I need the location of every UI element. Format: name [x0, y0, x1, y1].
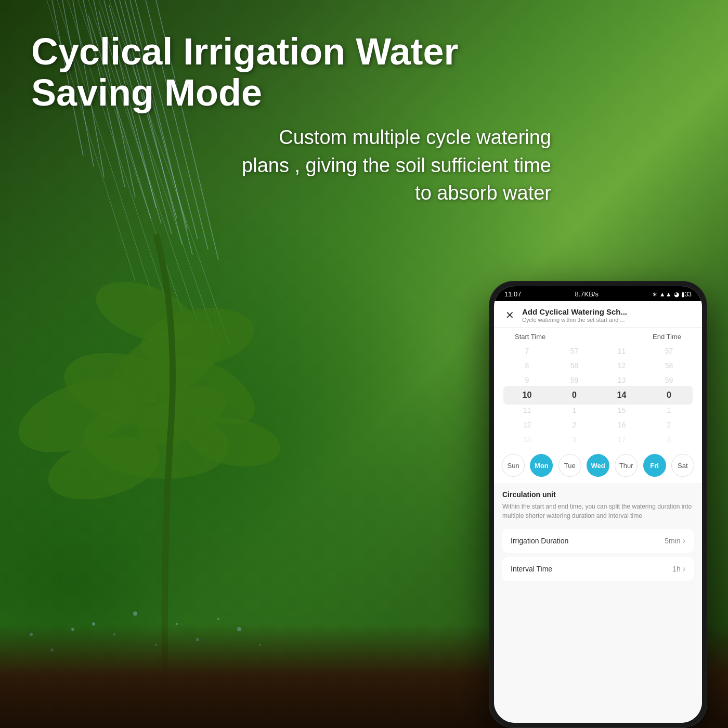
- day-mon[interactable]: Mon: [530, 454, 553, 477]
- time-cell[interactable]: 17: [598, 432, 645, 447]
- phone-body: 11:07 8.7KB/s ∗ ▲▲ ◕ ▮33 ✕ Add Cyclical …: [489, 281, 707, 728]
- time-cell[interactable]: 2: [645, 418, 693, 432]
- circulation-title: Circulation unit: [502, 490, 694, 499]
- time-cell[interactable]: 13: [503, 432, 551, 447]
- phone-screen: 11:07 8.7KB/s ∗ ▲▲ ◕ ▮33 ✕ Add Cyclical …: [494, 286, 702, 723]
- time-cell[interactable]: 12: [598, 358, 645, 373]
- wifi-icon: ◕: [674, 291, 679, 298]
- subtitle-line2: plans , giving the soil sufficient time: [242, 154, 551, 176]
- irrigation-duration-row[interactable]: Irrigation Duration 5min ›: [502, 529, 694, 553]
- time-cell[interactable]: 16: [598, 418, 645, 432]
- main-title: Cyclical Irrigation Water Saving Mode: [31, 31, 499, 113]
- day-sat[interactable]: Sat: [671, 454, 694, 477]
- subtitle-line3: to absorb water: [415, 182, 551, 204]
- app-title: Add Cyclical Watering Sch...: [522, 307, 694, 316]
- phone-mockup: 11:07 8.7KB/s ∗ ▲▲ ◕ ▮33 ✕ Add Cyclical …: [489, 281, 707, 728]
- time-cell[interactable]: 7: [503, 344, 551, 358]
- circulation-section: Circulation unit Within the start and en…: [494, 483, 702, 723]
- time-cell[interactable]: 3: [645, 432, 693, 447]
- headline-section: Cyclical Irrigation Water Saving Mode Cu…: [31, 31, 728, 207]
- time-cell-selected[interactable]: 0: [551, 387, 598, 403]
- interval-time-row[interactable]: Interval Time 1h ›: [502, 557, 694, 581]
- time-cell[interactable]: 3: [551, 432, 598, 447]
- day-tue[interactable]: Tue: [558, 454, 581, 477]
- signal-icon: ▲▲: [659, 291, 672, 298]
- app-header: ✕ Add Cyclical Watering Sch... Cycle wat…: [494, 301, 702, 328]
- chevron-right-icon: ›: [683, 564, 685, 574]
- time-cell[interactable]: 58: [551, 358, 598, 373]
- status-time: 11:07: [504, 290, 522, 298]
- app-header-text: Add Cyclical Watering Sch... Cycle water…: [522, 307, 694, 323]
- close-button[interactable]: ✕: [502, 308, 517, 322]
- time-cell[interactable]: 1: [551, 403, 598, 418]
- time-cell[interactable]: 8: [503, 358, 551, 373]
- time-cell[interactable]: 57: [551, 344, 598, 358]
- time-labels: Start Time End Time: [499, 328, 697, 343]
- subtitle: Custom multiple cycle watering plans , g…: [229, 124, 551, 207]
- time-cell[interactable]: 1: [645, 403, 693, 418]
- time-picker-section: Start Time End Time 7 57 11 57: [494, 328, 702, 448]
- end-time-label: End Time: [653, 333, 681, 341]
- app-subtitle: Cycle watering within the set start and …: [522, 317, 694, 323]
- irrigation-duration-value: 5min ›: [665, 536, 685, 545]
- time-cell[interactable]: 2: [551, 418, 598, 432]
- days-section: Sun Mon Tue Wed Thur Fri Sat: [494, 448, 702, 483]
- time-cell[interactable]: 15: [598, 403, 645, 418]
- day-fri[interactable]: Fri: [643, 454, 666, 477]
- interval-time-label: Interval Time: [511, 565, 552, 573]
- status-bar: 11:07 8.7KB/s ∗ ▲▲ ◕ ▮33: [494, 286, 702, 301]
- day-thur[interactable]: Thur: [615, 454, 638, 477]
- time-cell-selected[interactable]: 0: [645, 387, 693, 403]
- time-cell[interactable]: 11: [598, 344, 645, 358]
- chevron-right-icon: ›: [683, 536, 685, 545]
- battery-icon: ▮33: [681, 291, 692, 298]
- time-cell-selected[interactable]: 14: [598, 387, 645, 403]
- circulation-desc: Within the start and end time, you can s…: [502, 502, 694, 521]
- time-cell[interactable]: 13: [598, 373, 645, 387]
- interval-time-value: 1h ›: [672, 564, 685, 574]
- status-network: 8.7KB/s: [575, 290, 599, 298]
- start-time-label: Start Time: [515, 333, 545, 341]
- irrigation-duration-label: Irrigation Duration: [511, 537, 568, 545]
- time-cell[interactable]: 58: [645, 358, 693, 373]
- subtitle-line1: Custom multiple cycle watering: [279, 126, 551, 148]
- bluetooth-icon: ∗: [652, 291, 657, 298]
- time-cell-selected[interactable]: 10: [503, 387, 551, 403]
- time-cell[interactable]: 59: [551, 373, 598, 387]
- day-wed[interactable]: Wed: [587, 454, 609, 477]
- time-cell[interactable]: 57: [645, 344, 693, 358]
- time-cell[interactable]: 9: [503, 373, 551, 387]
- status-icons: ∗ ▲▲ ◕ ▮33: [652, 291, 692, 298]
- time-cell[interactable]: 59: [645, 373, 693, 387]
- time-cell[interactable]: 12: [503, 418, 551, 432]
- day-sun[interactable]: Sun: [502, 454, 525, 477]
- time-cell[interactable]: 11: [503, 403, 551, 418]
